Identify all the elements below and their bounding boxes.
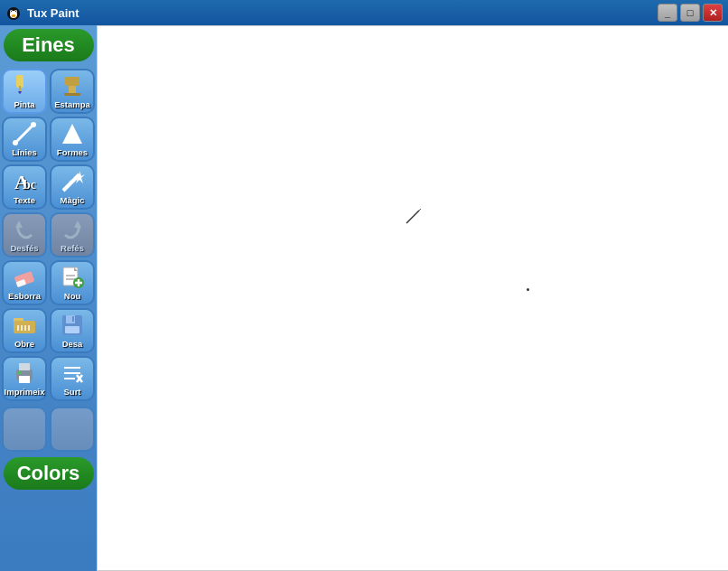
tool-quit[interactable]: Surt	[50, 356, 95, 401]
svg-rect-41	[65, 326, 79, 333]
tool-save-label: Desa	[62, 339, 83, 349]
tool-shapes-label: Formes	[57, 147, 88, 157]
tool-print[interactable]: Imprimeix	[2, 356, 47, 401]
tool-lines[interactable]: Línies	[2, 117, 47, 162]
tool-eraser-label: Esborra	[8, 291, 41, 301]
open-icon	[12, 313, 37, 338]
svg-line-53	[419, 209, 421, 211]
svg-rect-10	[69, 86, 76, 93]
tools-label: Eines	[4, 29, 94, 61]
titlebar: Tux Paint _ □ ✕	[0, 0, 728, 25]
paint-brush-icon	[12, 73, 37, 98]
tool-redo[interactable]: Refés	[50, 212, 95, 257]
svg-rect-9	[65, 77, 79, 86]
redo-icon	[60, 217, 85, 242]
tool-undo[interactable]: Desfés	[2, 212, 47, 257]
main-container: Eines Pinta Estampa	[0, 25, 728, 571]
tool-new[interactable]: Nou	[50, 260, 95, 305]
svg-line-12	[15, 125, 33, 143]
new-icon	[60, 265, 85, 290]
svg-point-21	[70, 181, 72, 183]
tool-undo-label: Desfés	[10, 243, 38, 253]
text-icon: A bc	[12, 169, 37, 194]
svg-rect-11	[64, 93, 80, 96]
tux-icon	[5, 5, 22, 21]
svg-rect-44	[19, 363, 30, 370]
tool-lines-label: Línies	[12, 147, 36, 157]
toolbar: Eines Pinta Estampa	[0, 25, 97, 571]
maximize-button[interactable]: □	[680, 4, 700, 22]
drawing-canvas[interactable]	[97, 25, 728, 571]
tool-text[interactable]: A bc Texte	[2, 164, 47, 210]
minimize-button[interactable]: _	[658, 4, 677, 22]
shapes-icon	[60, 121, 85, 146]
tool-buttons: Pinta Estampa Línies	[0, 67, 97, 403]
tool-magic-label: Màgic	[61, 195, 85, 205]
svg-line-52	[406, 211, 419, 223]
svg-marker-23	[74, 220, 81, 228]
paint-cursor	[405, 207, 423, 225]
svg-rect-8	[19, 86, 21, 91]
svg-text:bc: bc	[23, 178, 36, 192]
stamp-icon	[60, 73, 85, 98]
tool-extra-2	[50, 407, 95, 452]
tool-quit-label: Surt	[64, 387, 81, 397]
tool-eraser[interactable]: Esborra	[2, 260, 47, 305]
svg-rect-42	[72, 316, 74, 322]
tool-stamp[interactable]: Estampa	[50, 69, 95, 114]
svg-rect-45	[19, 376, 30, 383]
tool-paint[interactable]: Pinta	[2, 69, 47, 114]
close-button[interactable]: ✕	[703, 4, 723, 22]
svg-rect-34	[14, 321, 35, 333]
svg-point-20	[65, 185, 69, 189]
tool-open[interactable]: Obre	[2, 308, 47, 353]
app-title: Tux Paint	[27, 6, 79, 20]
tool-print-label: Imprimeix	[5, 387, 45, 397]
tool-stamp-label: Estampa	[54, 99, 90, 109]
titlebar-buttons: _ □ ✕	[658, 4, 723, 22]
svg-rect-7	[16, 75, 23, 88]
tool-text-label: Texte	[14, 195, 35, 205]
canvas-point	[527, 288, 529, 291]
tool-shapes[interactable]: Formes	[50, 117, 95, 162]
quit-icon	[60, 360, 85, 386]
tool-open-label: Obre	[14, 339, 34, 349]
tool-paint-label: Pinta	[14, 99, 34, 109]
magic-icon	[60, 169, 85, 194]
svg-point-14	[31, 122, 36, 127]
eraser-icon	[12, 265, 37, 290]
svg-marker-22	[15, 220, 23, 228]
tool-new-label: Nou	[64, 291, 80, 301]
undo-icon	[12, 217, 37, 242]
svg-point-4	[11, 11, 12, 12]
svg-point-13	[13, 140, 18, 145]
tool-redo-label: Refés	[61, 243, 84, 253]
svg-rect-46	[18, 371, 22, 374]
print-icon	[12, 360, 37, 386]
svg-marker-15	[62, 124, 82, 144]
save-icon	[60, 313, 85, 338]
svg-point-5	[15, 11, 16, 12]
lines-icon	[12, 121, 37, 146]
svg-point-6	[12, 14, 16, 17]
colors-label: Colors	[4, 457, 94, 490]
tool-magic[interactable]: Màgic	[50, 164, 95, 210]
titlebar-left: Tux Paint	[5, 5, 79, 21]
tool-extra-1	[2, 407, 47, 452]
tool-save[interactable]: Desa	[50, 308, 95, 353]
